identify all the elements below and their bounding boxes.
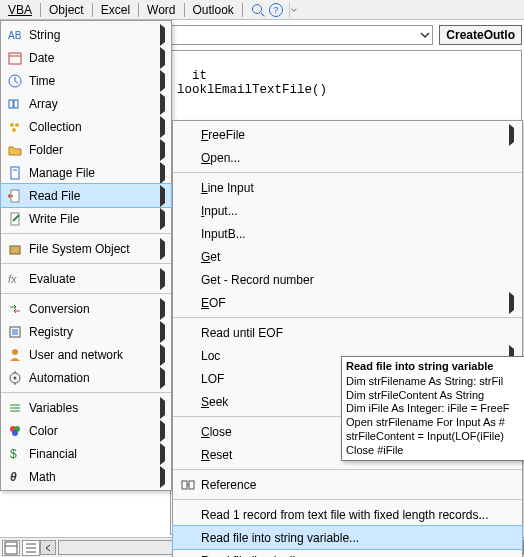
menu-item-write-file[interactable]: Write File <box>1 207 171 230</box>
submenu-item-open[interactable]: Open... <box>173 146 522 169</box>
object-toolbar: CreateOutlo <box>170 22 522 48</box>
submenu-item-label: Line Input <box>201 181 506 195</box>
submenu-arrow-icon <box>157 424 167 438</box>
tooltip-title: Read file into string variable <box>346 360 520 374</box>
submenu-arrow-icon <box>157 51 167 65</box>
submenu-arrow-icon <box>157 272 167 286</box>
svg-text:AB: AB <box>8 30 22 41</box>
menu-item-label: User and network <box>27 348 157 362</box>
svg-point-24 <box>12 349 18 355</box>
submenu-item-eof[interactable]: EOF <box>173 291 522 314</box>
folder-icon <box>3 142 27 158</box>
submenu-item-read-file-into-string-variable[interactable]: Read file into string variable... <box>173 526 522 549</box>
menu-item-label: Manage File <box>27 166 157 180</box>
menu-word[interactable]: Word <box>141 1 181 19</box>
svg-rect-6 <box>9 53 21 64</box>
submenu-item-read-1-record-from-text-file-with-fixed-length-records[interactable]: Read 1 record from text file with fixed … <box>173 503 522 526</box>
svg-point-15 <box>12 128 16 132</box>
submenu-arrow-icon <box>157 212 167 226</box>
menu-item-label: Date <box>27 51 157 65</box>
menu-item-label: String <box>27 28 157 42</box>
svg-point-34 <box>12 430 18 436</box>
menu-item-date[interactable]: Date <box>1 46 171 69</box>
submenu-item-get[interactable]: Get <box>173 245 522 268</box>
menu-item-label: Math <box>27 470 157 484</box>
menu-item-label: Financial <box>27 447 157 461</box>
menu-item-manage-file[interactable]: Manage File <box>1 161 171 184</box>
menu-item-read-file[interactable]: Read File <box>1 184 171 207</box>
menu-item-string[interactable]: ABString <box>1 23 171 46</box>
string-icon: AB <box>3 27 27 43</box>
menu-item-automation[interactable]: Automation <box>1 366 171 389</box>
read-file-icon <box>3 188 27 204</box>
menu-excel[interactable]: Excel <box>95 1 136 19</box>
submenu-item-line-input[interactable]: Line Input <box>173 176 522 199</box>
tooltip-line: Dim strFilename As String: strFil <box>346 375 520 389</box>
menu-outlook[interactable]: Outlook <box>187 1 240 19</box>
search-icon[interactable] <box>251 3 265 17</box>
menu-item-evaluate[interactable]: fxEvaluate <box>1 267 171 290</box>
menu-item-user-and-network[interactable]: User and network <box>1 343 171 366</box>
submenu-item-inputb[interactable]: InputB... <box>173 222 522 245</box>
svg-rect-11 <box>9 100 13 108</box>
vba-main-menu: ABStringDateTimeArrayCollectionFolderMan… <box>0 20 172 491</box>
menu-item-variables[interactable]: Variables <box>1 396 171 419</box>
read-file-submenu: FreeFileOpen...Line InputInput...InputB.… <box>172 120 523 557</box>
svg-point-26 <box>14 376 17 379</box>
menu-item-label: Read File <box>27 189 157 203</box>
menu-item-color[interactable]: Color <box>1 419 171 442</box>
submenu-arrow-icon <box>157 28 167 42</box>
submenu-arrow-icon <box>157 143 167 157</box>
collection-icon <box>3 119 27 135</box>
menu-item-array[interactable]: Array <box>1 92 171 115</box>
submenu-item-reference[interactable]: Reference <box>173 473 522 496</box>
submenu-arrow-icon <box>157 189 167 203</box>
submenu-arrow-icon <box>157 325 167 339</box>
submenu-arrow-icon <box>157 371 167 385</box>
registry-icon <box>3 324 27 340</box>
menu-item-file-system-object[interactable]: File System Object <box>1 237 171 260</box>
menu-item-folder[interactable]: Folder <box>1 138 171 161</box>
submenu-item-label: InputB... <box>201 227 506 241</box>
submenu-item-input[interactable]: Input... <box>173 199 522 222</box>
variables-icon <box>3 400 27 416</box>
submenu-item-read-file-line-by-line[interactable]: Read file line by line... <box>173 549 522 557</box>
menu-object[interactable]: Object <box>43 1 90 19</box>
object-combo[interactable] <box>170 25 433 45</box>
submenu-item-freefile[interactable]: FreeFile <box>173 123 522 146</box>
menu-item-collection[interactable]: Collection <box>1 115 171 138</box>
reference-icon <box>175 477 201 493</box>
proc-button[interactable]: CreateOutlo <box>439 25 522 45</box>
submenu-item-label: Read until EOF <box>201 326 506 340</box>
full-view-icon[interactable] <box>22 540 40 556</box>
tooltip-line: Dim iFile As Integer: iFile = FreeF <box>346 402 520 416</box>
help-icon[interactable]: ? <box>269 3 283 17</box>
submenu-item-read-until-eof[interactable]: Read until EOF <box>173 321 522 344</box>
svg-point-14 <box>15 123 19 127</box>
menu-item-conversion[interactable]: Conversion <box>1 297 171 320</box>
svg-rect-23 <box>12 329 18 335</box>
menu-vba[interactable]: VBA <box>2 1 38 19</box>
menu-item-label: Conversion <box>27 302 157 316</box>
submenu-item-label: Reference <box>201 478 506 492</box>
tooltip: Read file into string variable Dim strFi… <box>341 356 524 461</box>
menu-item-financial[interactable]: $Financial <box>1 442 171 465</box>
menu-item-math[interactable]: θMath <box>1 465 171 488</box>
submenu-arrow-icon <box>157 302 167 316</box>
toolbar-overflow-icon[interactable] <box>289 2 299 18</box>
proc-view-icon[interactable] <box>2 540 20 556</box>
menu-item-time[interactable]: Time <box>1 69 171 92</box>
hscroll-left[interactable] <box>40 540 56 555</box>
submenu-item-get-record-number[interactable]: Get - Record number <box>173 268 522 291</box>
submenu-item-label: Get - Record number <box>201 273 506 287</box>
submenu-arrow-icon <box>157 348 167 362</box>
time-icon <box>3 73 27 89</box>
math-icon: θ <box>3 469 27 485</box>
menu-item-registry[interactable]: Registry <box>1 320 171 343</box>
financial-icon: $ <box>3 446 27 462</box>
color-icon <box>3 423 27 439</box>
menu-item-label: Variables <box>27 401 157 415</box>
menu-item-label: Registry <box>27 325 157 339</box>
submenu-arrow-icon <box>157 242 167 256</box>
tooltip-line: Dim strFileContent As String <box>346 389 520 403</box>
